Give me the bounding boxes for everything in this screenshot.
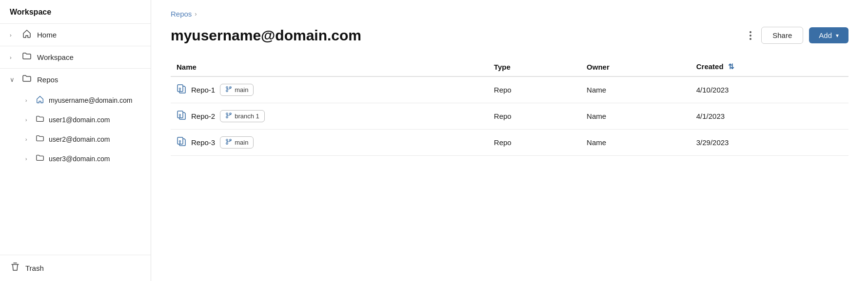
caret-icon: ▾: [836, 32, 839, 39]
folder-icon: [21, 74, 32, 86]
trash-icon: [10, 262, 20, 274]
repo-name[interactable]: Repo-3: [191, 138, 215, 147]
cell-name: Repo-2 branch 1: [171, 103, 488, 130]
more-options-button[interactable]: [746, 29, 755, 42]
sidebar: Workspace › Home › Workspace ∨ Repos: [0, 0, 151, 281]
svg-point-4: [226, 90, 228, 92]
chevron-down-icon: ∨: [10, 76, 17, 83]
dot-icon: [750, 31, 751, 33]
subitem-label: user1@domain.com: [49, 116, 110, 124]
sidebar-subitem-myusername[interactable]: › myusername@domain.com: [0, 91, 151, 110]
svg-point-7: [226, 113, 228, 115]
svg-point-12: [226, 139, 228, 141]
add-label: Add: [819, 31, 832, 39]
sidebar-item-workspace[interactable]: › Workspace: [0, 46, 151, 68]
branch-badge[interactable]: main: [220, 136, 254, 149]
dot-icon: [750, 35, 751, 37]
cell-created: 4/10/2023: [690, 76, 848, 103]
main-header: myusername@domain.com Share Add ▾: [171, 27, 848, 44]
breadcrumb-repos[interactable]: Repos: [171, 10, 192, 18]
sidebar-item-label: Repos: [37, 75, 141, 84]
folder-icon: [35, 153, 45, 164]
branch-icon: [225, 112, 232, 120]
sidebar-title: Workspace: [0, 8, 151, 23]
sidebar-subitem-user1[interactable]: › user1@domain.com: [0, 110, 151, 130]
chevron-icon: ›: [25, 98, 31, 103]
cell-created: 3/29/2023: [690, 130, 848, 156]
sidebar-item-home[interactable]: › Home: [0, 23, 151, 46]
chevron-icon: ›: [25, 156, 31, 162]
col-created[interactable]: Created ⇅: [690, 57, 848, 76]
table-row[interactable]: Repo-1 main RepoName4/10/2023: [171, 76, 848, 103]
breadcrumb-chevron-icon: ›: [195, 10, 197, 18]
sidebar-subitem-user3[interactable]: › user3@domain.com: [0, 149, 151, 169]
chevron-icon: ›: [10, 55, 17, 60]
chevron-icon: ›: [10, 32, 17, 38]
branch-icon: [225, 138, 232, 147]
col-name: Name: [171, 57, 488, 76]
add-button[interactable]: Add ▾: [809, 27, 848, 43]
cell-name: Repo-1 main: [171, 76, 488, 103]
sidebar-item-label: Workspace: [37, 53, 141, 61]
sidebar-subitem-user2[interactable]: › user2@domain.com: [0, 130, 151, 149]
subitem-label: user3@domain.com: [49, 155, 110, 163]
folder-icon: [35, 134, 45, 145]
chevron-icon: ›: [25, 137, 31, 142]
cell-type: Repo: [488, 76, 581, 103]
sidebar-item-trash[interactable]: Trash: [0, 255, 151, 281]
svg-point-14: [226, 143, 228, 145]
subitem-label: myusername@domain.com: [49, 96, 132, 104]
home-icon: [21, 29, 32, 41]
home-icon: [35, 95, 45, 106]
sort-icon: ⇅: [728, 62, 734, 71]
branch-badge[interactable]: main: [220, 84, 254, 96]
repo-icon: [177, 136, 186, 149]
subitem-label: user2@domain.com: [49, 135, 110, 143]
svg-point-9: [226, 116, 228, 118]
branch-name: main: [235, 86, 248, 94]
branch-name: branch 1: [235, 112, 259, 120]
table-row[interactable]: Repo-3 main RepoName3/29/2023: [171, 130, 848, 156]
cell-owner: Name: [581, 76, 690, 103]
col-owner: Owner: [581, 57, 690, 76]
repo-name[interactable]: Repo-1: [191, 86, 215, 94]
page-title: myusername@domain.com: [171, 27, 738, 44]
cell-created: 4/1/2023: [690, 103, 848, 130]
branch-name: main: [235, 139, 248, 146]
branch-badge[interactable]: branch 1: [220, 110, 265, 122]
cell-type: Repo: [488, 130, 581, 156]
folder-icon: [21, 51, 32, 63]
chevron-icon: ›: [25, 117, 31, 123]
cell-owner: Name: [581, 130, 690, 156]
share-button[interactable]: Share: [761, 27, 803, 44]
breadcrumb: Repos ›: [171, 10, 848, 18]
dot-icon: [750, 38, 751, 40]
sidebar-item-label: Home: [37, 31, 141, 39]
repos-table: Name Type Owner Created ⇅ Repo-1: [171, 57, 848, 156]
col-type: Type: [488, 57, 581, 76]
header-actions: Share Add ▾: [746, 27, 848, 44]
main-content: Repos › myusername@domain.com Share Add …: [151, 0, 868, 281]
repo-icon: [177, 84, 186, 96]
branch-icon: [225, 86, 232, 94]
repo-icon: [177, 110, 186, 122]
folder-icon: [35, 114, 45, 125]
sidebar-item-repos[interactable]: ∨ Repos: [0, 68, 151, 91]
trash-label: Trash: [25, 264, 44, 272]
repo-name[interactable]: Repo-2: [191, 112, 215, 120]
svg-point-2: [226, 87, 228, 89]
cell-owner: Name: [581, 103, 690, 130]
cell-type: Repo: [488, 103, 581, 130]
cell-name: Repo-3 main: [171, 130, 488, 156]
table-row[interactable]: Repo-2 branch 1 RepoName4/1/2023: [171, 103, 848, 130]
